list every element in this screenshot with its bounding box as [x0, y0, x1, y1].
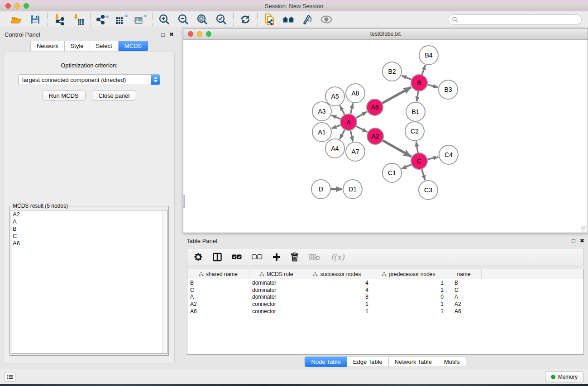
list-item[interactable]: C: [13, 233, 166, 240]
close-panel-button[interactable]: Close panel: [92, 91, 137, 101]
column-header-successor-nodes[interactable]: successor nodes: [303, 269, 371, 279]
column-header-predecessor-nodes[interactable]: predecessor nodes: [371, 269, 446, 279]
graph-node-C1[interactable]: C1: [382, 163, 402, 182]
graph-edge-A-A4[interactable]: [340, 130, 345, 139]
zoom-network-window-button[interactable]: [206, 31, 211, 37]
graph-node-A2[interactable]: A2: [367, 128, 383, 144]
network-canvas[interactable]: AA1A2A3A4A5A6A7A8BB1B2B3B4CC1C2C3C4DD1: [183, 40, 588, 233]
graph-edge-A-A1[interactable]: [332, 125, 341, 129]
graph-node-C4[interactable]: C4: [439, 145, 458, 164]
graph-node-B[interactable]: B: [411, 75, 427, 91]
table-row[interactable]: A6connector11A6: [187, 308, 583, 315]
graph-edge-A2-C[interactable]: [383, 140, 411, 157]
minimize-network-window-button[interactable]: [197, 31, 202, 37]
graph-edge-A-A2[interactable]: [356, 126, 367, 132]
graph-edge-B-B4[interactable]: [422, 65, 425, 75]
graph-edge-A-A3[interactable]: [331, 115, 340, 119]
network-window-titlebar[interactable]: testGlobe.txt: [183, 29, 588, 40]
window-resize-grip[interactable]: [581, 226, 587, 232]
table-row[interactable]: Cdominator41C: [187, 286, 583, 294]
close-panel-icon[interactable]: ✖: [169, 32, 174, 37]
search-input[interactable]: [448, 14, 582, 24]
graph-edge-C-C1[interactable]: [402, 165, 411, 169]
graph-node-B4[interactable]: B4: [419, 46, 438, 65]
function-builder-icon[interactable]: f(x): [330, 253, 344, 262]
graph-edge-A-A8[interactable]: [350, 103, 353, 114]
tab-edge-table[interactable]: Edge Table: [347, 357, 389, 367]
graph-node-D[interactable]: D: [311, 180, 330, 199]
graph-node-A5[interactable]: A5: [325, 87, 344, 106]
import-table-icon[interactable]: [72, 13, 85, 26]
export-image-icon[interactable]: [134, 13, 147, 26]
memory-button[interactable]: Memory: [545, 372, 583, 382]
graph-node-C3[interactable]: C3: [419, 181, 438, 200]
graph-node-B2[interactable]: B2: [382, 62, 402, 81]
tab-network-table[interactable]: Network Table: [389, 357, 438, 367]
delete-table-icon[interactable]: [309, 253, 320, 261]
minimize-window-button[interactable]: [14, 3, 20, 9]
graph-edge-B-B2[interactable]: [402, 76, 411, 80]
zoom-in-icon[interactable]: [158, 13, 171, 26]
unselect-all-columns-icon[interactable]: [252, 254, 263, 260]
select-all-columns-icon[interactable]: [232, 254, 242, 260]
close-window-button[interactable]: [5, 3, 11, 9]
graph-node-A1[interactable]: A1: [312, 123, 331, 142]
import-network-icon[interactable]: [53, 13, 66, 26]
graph-node-A7[interactable]: A7: [346, 142, 365, 161]
table-row[interactable]: Bdominator41B: [187, 279, 583, 286]
zoom-out-icon[interactable]: [177, 13, 190, 26]
add-icon[interactable]: [272, 253, 281, 261]
criterion-dropdown[interactable]: largest connected component (directed): [18, 74, 160, 85]
tab-mcds[interactable]: MCDS: [119, 41, 148, 51]
close-table-panel-icon[interactable]: ✖: [580, 238, 584, 243]
list-item[interactable]: A2: [13, 211, 166, 218]
column-header-mcds-role[interactable]: MCDS role: [249, 269, 303, 279]
graph-node-A[interactable]: A: [340, 114, 357, 130]
list-item[interactable]: A6: [13, 240, 166, 247]
mcds-result-list[interactable]: A2 A B C A6: [11, 210, 167, 354]
export-network-icon[interactable]: [96, 13, 109, 26]
zoom-window-button[interactable]: [24, 3, 29, 9]
list-item[interactable]: B: [13, 225, 166, 233]
list-scrollbar[interactable]: [162, 210, 167, 353]
graph-edge-A-A7[interactable]: [350, 131, 353, 142]
export-table-icon[interactable]: [115, 13, 128, 26]
save-session-icon[interactable]: [29, 13, 42, 26]
graph-node-A6[interactable]: A6: [367, 99, 383, 115]
graph-node-B1[interactable]: B1: [406, 102, 425, 121]
open-file-icon[interactable]: [10, 13, 23, 26]
graph-edge-C-C2[interactable]: [416, 142, 418, 152]
log-console-button[interactable]: [5, 372, 15, 382]
zoom-fit-icon[interactable]: [196, 13, 209, 26]
tab-network[interactable]: Network: [30, 41, 65, 51]
column-header-name[interactable]: name: [446, 269, 482, 279]
close-network-window-button[interactable]: [188, 31, 193, 37]
hide-graphics-icon[interactable]: [301, 13, 314, 26]
clone-network-icon[interactable]: [263, 13, 276, 26]
delete-icon[interactable]: [291, 253, 299, 262]
show-column-icon[interactable]: [213, 253, 222, 262]
graph-edge-B-B3[interactable]: [427, 85, 438, 87]
graph-node-A3[interactable]: A3: [312, 102, 331, 121]
graph-edge-A-A5[interactable]: [340, 105, 344, 114]
zoom-selected-icon[interactable]: [215, 13, 228, 26]
graph-node-D1[interactable]: D1: [343, 180, 362, 199]
graph-edge-C-C3[interactable]: [422, 169, 425, 180]
float-panel-icon[interactable]: □: [161, 32, 165, 38]
table-row[interactable]: Adominator80A: [187, 293, 583, 300]
graph-node-B3[interactable]: B3: [439, 80, 458, 99]
run-mcds-button[interactable]: Run MCDS: [42, 91, 86, 101]
table-row[interactable]: A2connector11A2: [187, 300, 583, 308]
column-header-shared-name[interactable]: shared name: [187, 269, 249, 279]
tab-style[interactable]: Style: [65, 41, 90, 51]
graphics-details-icon[interactable]: [320, 13, 333, 26]
float-table-panel-icon[interactable]: □: [572, 238, 575, 244]
graph-edge-C-C4[interactable]: [428, 157, 439, 159]
graph-node-C[interactable]: C: [411, 153, 427, 169]
tab-select[interactable]: Select: [90, 41, 119, 51]
network-overview-icon[interactable]: [282, 13, 295, 26]
graph-node-C2[interactable]: C2: [405, 122, 424, 141]
graph-edge-B-B1[interactable]: [417, 91, 418, 101]
refresh-icon[interactable]: [239, 13, 252, 26]
graph-node-A8[interactable]: A8: [346, 84, 365, 103]
